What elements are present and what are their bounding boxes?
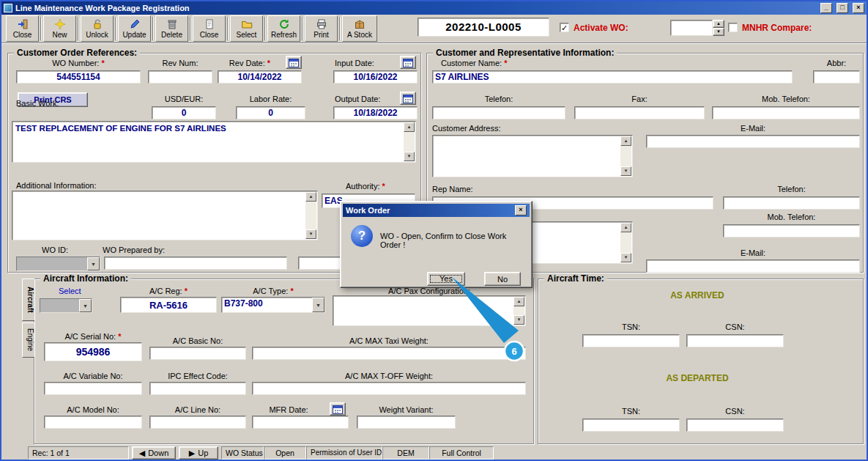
mob-telefon-input[interactable]: [712, 106, 860, 119]
ac-pax-configuration-textarea[interactable]: ▲ ▼: [333, 295, 526, 326]
input-date-input[interactable]: [333, 70, 418, 84]
basic-work-textarea[interactable]: TEST REPLACEMENT OF ENGINE FOR S7 AIRLIN…: [12, 121, 416, 163]
aircraft-select-label[interactable]: Select: [59, 287, 81, 295]
scroll-down-icon[interactable]: ▼: [620, 253, 631, 262]
toolbar-button-label: Update: [122, 31, 146, 39]
basic-work-scrollbar[interactable]: ▲ ▼: [404, 122, 415, 161]
toolbar-delete-button[interactable]: Delete: [155, 15, 188, 42]
toolbar-close-wo-button[interactable]: Close: [193, 15, 226, 42]
up-button[interactable]: ▶Up: [179, 446, 218, 460]
work-order-dialog: Work Order × ? WO - Open, Confirm to Clo…: [340, 201, 533, 288]
labor-rate-input[interactable]: [236, 106, 305, 119]
aircraft-select-combobox[interactable]: ▼: [40, 298, 92, 313]
scroll-up-icon[interactable]: ▲: [513, 297, 524, 306]
ac-pax-configuration-scrollbar[interactable]: ▲ ▼: [513, 297, 524, 325]
customer-address-scrollbar[interactable]: ▲ ▼: [620, 136, 631, 176]
ac-variable-no-input[interactable]: [44, 382, 142, 395]
ac-basic-no-label: A/C Basic No:: [149, 336, 246, 345]
toolbar-close-exit-button[interactable]: Close: [6, 15, 39, 42]
access-level-value: Full Control: [429, 446, 494, 460]
rev-date-input[interactable]: [218, 70, 302, 84]
chevron-down-icon[interactable]: ▼: [312, 298, 324, 312]
toolbar-a-stock-button[interactable]: A Stock: [342, 15, 377, 42]
mfr-date-calendar-button[interactable]: [330, 402, 346, 416]
ac-basic-no-input[interactable]: [149, 347, 246, 360]
customer-address-textarea[interactable]: ▲ ▼: [432, 135, 633, 177]
rev-date-calendar-button[interactable]: [286, 56, 302, 69]
ac-model-no-input[interactable]: [44, 416, 142, 429]
scroll-up-icon[interactable]: ▲: [305, 192, 316, 202]
rev-num-input[interactable]: [148, 70, 212, 84]
csn-departed-input[interactable]: [686, 418, 784, 432]
tab-aircraft[interactable]: Aircraft: [22, 279, 34, 321]
no-button-label: No: [497, 275, 508, 284]
rep-telefon-input[interactable]: [723, 196, 860, 210]
wo-prepared-by-input[interactable]: [104, 257, 287, 270]
tsn-departed-input[interactable]: [582, 418, 680, 432]
rep-email-input[interactable]: [646, 259, 860, 273]
additional-information-textarea[interactable]: ▲ ▼: [12, 191, 318, 240]
additional-information-scrollbar[interactable]: ▲ ▼: [305, 192, 316, 239]
toolbar-refresh-button[interactable]: Refresh: [267, 15, 300, 42]
permission-value: DEM: [382, 446, 429, 460]
mfr-date-input[interactable]: [252, 416, 349, 429]
ac-type-combobox[interactable]: B737-800 ▼: [221, 297, 325, 313]
tsn-arrived-input[interactable]: [582, 334, 680, 347]
toolbar-new-button[interactable]: New: [43, 15, 76, 42]
wo-status-label: WO Status:: [221, 446, 264, 460]
wo-number-display: 202210-L0005: [418, 18, 549, 37]
yes-button[interactable]: Yes: [427, 272, 465, 286]
chevron-down-icon[interactable]: ▼: [79, 299, 92, 312]
tab-engine[interactable]: Engine: [22, 322, 34, 358]
csn-departed-label: CSN:: [686, 407, 784, 416]
activate-wo-checkbox[interactable]: ✓: [560, 23, 569, 32]
spinner-up-button[interactable]: ▲: [713, 20, 724, 28]
down-button[interactable]: ◀Down: [132, 446, 176, 460]
chevron-down-icon[interactable]: ▼: [87, 257, 100, 270]
rep-mob-telefon-input[interactable]: [723, 224, 860, 237]
wo-number-input[interactable]: [16, 70, 141, 84]
ac-max-taxi-weight-input[interactable]: [252, 347, 526, 360]
ac-type-label: A/C Type: *: [221, 287, 325, 295]
output-date-input[interactable]: [333, 106, 418, 119]
toolbar-print-button[interactable]: Print: [305, 15, 338, 42]
required-marker: *: [118, 332, 121, 341]
wo-id-combobox[interactable]: ▼: [16, 257, 100, 271]
scroll-up-icon[interactable]: ▲: [404, 122, 415, 132]
toolbar-update-button[interactable]: Update: [118, 15, 151, 42]
scroll-down-icon[interactable]: ▼: [305, 229, 316, 239]
no-button[interactable]: No: [484, 272, 521, 286]
email-input[interactable]: [646, 135, 860, 148]
scroll-down-icon[interactable]: ▼: [513, 315, 524, 325]
ac-serial-no-input[interactable]: [44, 342, 142, 361]
minimize-button[interactable]: _: [820, 3, 832, 13]
close-window-button[interactable]: ×: [853, 3, 864, 13]
rep-address-scrollbar[interactable]: ▲ ▼: [620, 223, 631, 262]
ac-line-no-input[interactable]: [149, 416, 246, 429]
weight-variant-input[interactable]: [357, 416, 456, 429]
input-date-calendar-button[interactable]: [400, 56, 416, 69]
spinner-down-button[interactable]: ▼: [713, 28, 724, 36]
toolbar-select-button[interactable]: Select: [230, 15, 263, 42]
ipc-effect-code-input[interactable]: [149, 382, 246, 395]
fax-input[interactable]: [574, 106, 705, 119]
scroll-up-icon[interactable]: ▲: [620, 136, 631, 146]
ac-max-toff-weight-input[interactable]: [252, 382, 526, 395]
telefon-input[interactable]: [432, 106, 565, 119]
csn-arrived-input[interactable]: [686, 334, 784, 347]
usd-eur-input[interactable]: [152, 106, 216, 119]
ac-reg-input[interactable]: [120, 297, 217, 313]
scroll-up-icon[interactable]: ▲: [620, 223, 631, 232]
toolbar-unlock-button[interactable]: Unlock: [81, 15, 114, 42]
abbr-input[interactable]: [813, 70, 860, 84]
toolbar-button-label: Unlock: [86, 31, 108, 39]
customer-name-input[interactable]: [432, 70, 793, 84]
scroll-down-icon[interactable]: ▼: [620, 166, 631, 176]
mnhr-spinner-field[interactable]: [670, 20, 713, 36]
scroll-down-icon[interactable]: ▼: [404, 152, 415, 161]
dialog-close-button[interactable]: ×: [515, 205, 527, 215]
maximize-button[interactable]: □: [837, 3, 848, 13]
calendar-icon: [333, 405, 343, 414]
mnhr-compare-checkbox[interactable]: [728, 23, 738, 32]
output-date-calendar-button[interactable]: [400, 92, 416, 105]
